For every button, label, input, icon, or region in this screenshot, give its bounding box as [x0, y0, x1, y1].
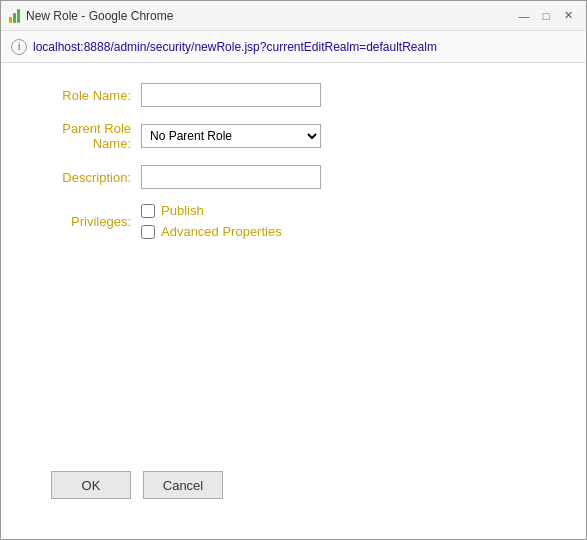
description-row: Description:: [31, 165, 556, 189]
description-label: Description:: [31, 170, 141, 185]
maximize-button[interactable]: □: [536, 6, 556, 26]
minimize-button[interactable]: —: [514, 6, 534, 26]
cancel-button[interactable]: Cancel: [143, 471, 223, 499]
app-icon: [9, 9, 20, 23]
privileges-container: Publish Advanced Properties: [141, 203, 282, 239]
description-input[interactable]: [141, 165, 321, 189]
window-title: New Role - Google Chrome: [26, 9, 514, 23]
privileges-row: Privileges: Publish Advanced Properties: [31, 203, 556, 239]
title-bar: New Role - Google Chrome — □ ✕: [1, 1, 586, 31]
advanced-properties-label[interactable]: Advanced Properties: [161, 224, 282, 239]
parent-role-label: Parent Role Name:: [31, 121, 141, 151]
role-name-label: Role Name:: [31, 88, 141, 103]
advanced-properties-checkbox[interactable]: [141, 225, 155, 239]
parent-role-row: Parent Role Name: No Parent Role: [31, 121, 556, 151]
close-button[interactable]: ✕: [558, 6, 578, 26]
publish-checkbox[interactable]: [141, 204, 155, 218]
ok-button[interactable]: OK: [51, 471, 131, 499]
form: Role Name: Parent Role Name: No Parent R…: [31, 83, 556, 456]
bar-chart-icon: [17, 9, 20, 23]
info-icon: i: [11, 39, 27, 55]
address-text[interactable]: localhost:8888/admin/security/newRole.js…: [33, 40, 437, 54]
publish-label[interactable]: Publish: [161, 203, 204, 218]
publish-row: Publish: [141, 203, 282, 218]
privileges-label: Privileges:: [31, 214, 141, 229]
parent-role-select[interactable]: No Parent Role: [141, 124, 321, 148]
advanced-properties-row: Advanced Properties: [141, 224, 282, 239]
browser-window: New Role - Google Chrome — □ ✕ i localho…: [0, 0, 587, 540]
bar-chart-icon: [13, 13, 16, 23]
footer: OK Cancel: [31, 456, 556, 519]
bar-chart-icon: [9, 17, 12, 23]
role-name-row: Role Name:: [31, 83, 556, 107]
content-area: Role Name: Parent Role Name: No Parent R…: [1, 63, 586, 539]
address-bar: i localhost:8888/admin/security/newRole.…: [1, 31, 586, 63]
window-controls: — □ ✕: [514, 6, 578, 26]
role-name-input[interactable]: [141, 83, 321, 107]
